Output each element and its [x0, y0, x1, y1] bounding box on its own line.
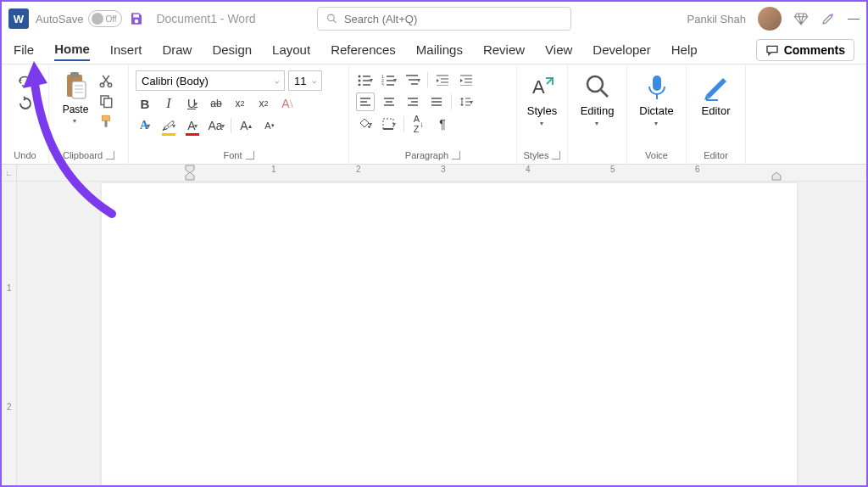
premium-icon[interactable] [793, 11, 809, 26]
svg-rect-59 [653, 76, 661, 91]
multilevel-button[interactable]: ▾ [403, 70, 422, 89]
justify-button[interactable] [427, 92, 446, 111]
align-center-button[interactable] [380, 92, 398, 111]
comments-button[interactable]: Comments [756, 39, 854, 61]
user-avatar[interactable] [758, 7, 782, 31]
font-size-select[interactable]: 11⌵ [288, 70, 322, 91]
minimize-button[interactable] [848, 19, 860, 20]
change-case-button[interactable]: Aa▾ [207, 116, 225, 135]
toggle-thumb [92, 13, 103, 25]
tab-home[interactable]: Home [54, 38, 90, 61]
ruler-vertical[interactable]: 1 2 [2, 182, 17, 487]
editor-text: Editor [702, 104, 731, 117]
tab-mailings[interactable]: Mailings [416, 39, 463, 60]
repeat-button[interactable] [15, 95, 36, 112]
align-left-button[interactable] [356, 92, 375, 111]
font-size-value: 11 [294, 75, 306, 87]
numbering-button[interactable]: 123▾ [380, 70, 398, 89]
svg-rect-5 [72, 81, 86, 98]
clipboard-launcher[interactable] [106, 151, 114, 160]
strikethrough-button[interactable]: ab [207, 94, 225, 113]
svg-line-1 [333, 20, 336, 23]
editor-button[interactable]: Editor [692, 68, 740, 117]
font-launcher[interactable] [246, 151, 254, 160]
chevron-down-icon: ▾ [595, 120, 598, 127]
indent-marker-bottom[interactable] [185, 171, 195, 181]
bold-button[interactable]: B [136, 94, 154, 113]
tab-view[interactable]: View [545, 39, 572, 60]
copy-icon[interactable] [98, 93, 114, 109]
editing-button[interactable]: Editing ▾ [573, 68, 621, 127]
clear-format-button[interactable]: A⧹ [278, 94, 297, 113]
tab-layout[interactable]: Layout [272, 39, 310, 60]
svg-point-17 [359, 80, 361, 82]
subscript-button[interactable]: x2 [231, 94, 249, 113]
ruler-corner: ∟ [2, 165, 17, 181]
pen-draw-icon[interactable] [821, 11, 836, 26]
tab-insert[interactable]: Insert [110, 39, 142, 60]
ruler-mark: 6 [695, 165, 700, 174]
svg-text:A: A [532, 76, 545, 98]
font-name-select[interactable]: Calibri (Body)⌵ [136, 70, 285, 91]
search-box[interactable] [317, 7, 571, 31]
clipboard-group: Paste ▾ Clipboard [49, 64, 129, 164]
ruler-mark: 1 [271, 165, 276, 174]
underline-button[interactable]: U▾ [183, 94, 202, 113]
sort-button[interactable]: AZ↓ [409, 115, 428, 133]
dictate-button[interactable]: Dictate ▾ [632, 68, 681, 127]
italic-button[interactable]: I [159, 94, 178, 113]
toggle-state: Off [105, 14, 116, 24]
document-page[interactable] [102, 183, 797, 487]
font-color-button[interactable]: A▾ [183, 116, 202, 135]
styles-launcher[interactable] [552, 151, 560, 160]
ribbon: ▾ Undo Paste ▾ Clipboard Ca [2, 64, 866, 165]
format-painter-icon[interactable] [98, 114, 114, 129]
superscript-button[interactable]: x2 [254, 94, 273, 113]
svg-rect-13 [103, 115, 110, 120]
search-input[interactable] [344, 13, 562, 25]
decrease-indent-button[interactable] [433, 70, 452, 89]
toggle-track[interactable]: Off [88, 10, 122, 27]
bullets-button[interactable]: ▾ [356, 70, 375, 89]
svg-rect-12 [104, 98, 112, 108]
svg-point-0 [328, 14, 335, 21]
document-title: Document1 - Word [156, 12, 255, 25]
highlight-button[interactable]: 🖊▾ [159, 116, 178, 135]
tab-references[interactable]: References [331, 39, 396, 60]
autosave-toggle[interactable]: AutoSave Off [36, 10, 122, 27]
voice-group: Dictate ▾ Voice [627, 64, 687, 164]
ruler-horizontal[interactable]: ∟ 1 2 3 4 5 6 [2, 165, 866, 182]
paste-button[interactable]: Paste ▾ [56, 71, 95, 125]
undo-group: ▾ Undo [2, 64, 49, 164]
svg-point-19 [359, 84, 361, 87]
undo-button[interactable]: ▾ [15, 73, 36, 90]
shrink-font-button[interactable]: A▾ [260, 116, 279, 135]
show-marks-button[interactable]: ¶ [433, 115, 452, 133]
styles-button[interactable]: A Styles ▾ [522, 68, 562, 127]
chevron-down-icon: ⌵ [312, 76, 316, 85]
tab-help[interactable]: Help [671, 39, 698, 60]
right-indent-marker[interactable] [771, 171, 782, 181]
shading-button[interactable]: ▾ [356, 115, 375, 133]
svg-text:3: 3 [381, 82, 384, 86]
tab-file[interactable]: File [14, 39, 34, 60]
tab-draw[interactable]: Draw [162, 39, 192, 60]
font-name-value: Calibri (Body) [142, 75, 209, 87]
tab-design[interactable]: Design [212, 39, 252, 60]
cut-icon[interactable] [98, 73, 114, 88]
paragraph-label: Paragraph [405, 150, 448, 160]
paragraph-launcher[interactable] [452, 151, 460, 160]
line-spacing-button[interactable]: ▾ [457, 92, 476, 111]
align-right-button[interactable] [403, 92, 422, 111]
ruler-mark: 4 [526, 165, 531, 174]
tab-review[interactable]: Review [483, 39, 525, 60]
svg-point-15 [359, 76, 361, 78]
grow-font-button[interactable]: A▴ [236, 116, 255, 135]
increase-indent-button[interactable] [457, 70, 476, 89]
svg-point-10 [108, 83, 112, 87]
borders-button[interactable]: ▾ [380, 115, 398, 133]
tab-developer[interactable]: Developer [593, 39, 650, 60]
font-label: Font [223, 150, 242, 160]
text-effects-button[interactable]: A▾ [136, 116, 154, 135]
save-icon[interactable] [129, 11, 144, 26]
